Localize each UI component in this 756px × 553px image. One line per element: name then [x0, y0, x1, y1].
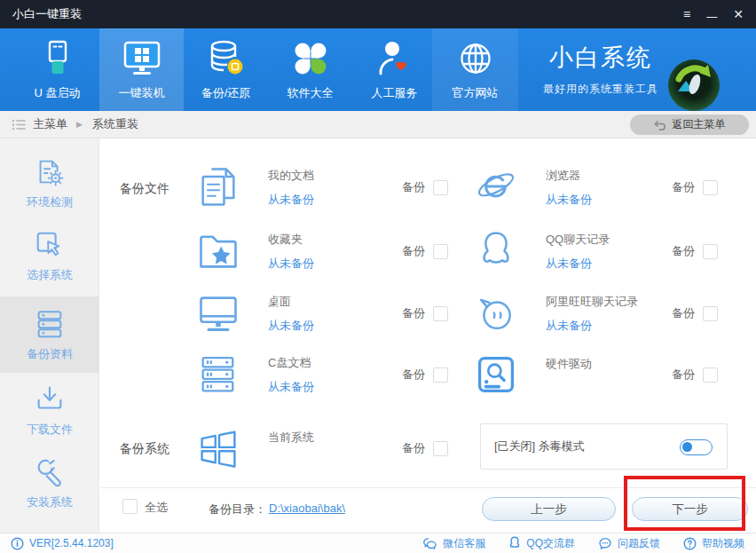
backup-item-title: 当前系统 [268, 430, 314, 446]
sidebar-item-label: 下载文件 [27, 422, 73, 438]
nav-official-site[interactable]: 官方网站 [432, 28, 518, 111]
desktop-monitor-icon [195, 290, 241, 336]
breadcrumb-current: 系统重装 [92, 111, 138, 138]
menu-icon[interactable]: ≡ [683, 8, 690, 20]
backup-item-title: 桌面 [268, 294, 314, 310]
backup-checkbox-current-system[interactable] [433, 441, 448, 456]
breadcrumb-root[interactable]: 主菜单 [33, 111, 67, 138]
backup-checkbox-favorites[interactable] [433, 244, 448, 259]
folder-star-icon [195, 228, 241, 274]
database-backup-icon [207, 38, 246, 79]
antivirus-toggle[interactable] [680, 439, 713, 455]
backup-checkbox-wangwang-chat[interactable] [703, 306, 718, 321]
backup-item-status: 从未备份 [546, 192, 592, 208]
backup-checkbox-qq-chat[interactable] [703, 244, 718, 259]
help-video-link[interactable]: 帮助视频 [683, 536, 744, 551]
backup-item-title: C盘文档 [268, 355, 314, 371]
backup-checkbox-label: 备份 [402, 243, 425, 259]
backup-checkbox-label: 备份 [402, 440, 425, 456]
browser-icon [473, 164, 519, 210]
breadcrumb-separator-icon: ▶ [76, 111, 83, 138]
backup-checkbox-label: 备份 [672, 179, 695, 195]
sidebar-item-label: 安装系统 [27, 494, 73, 510]
backup-dir-link[interactable]: D:\xiaobai\bak\ [269, 502, 345, 515]
clover-icon [291, 38, 330, 79]
window-title: 小白一键重装 [12, 0, 82, 28]
backup-row-qq-chat: QQ聊天记录 从未备份 备份 [473, 223, 718, 280]
group-label-backup-system: 备份系统 [120, 441, 169, 457]
backup-row-c-drive-docs: C盘文档 从未备份 备份 [195, 346, 448, 403]
sidebar-item-label: 备份资料 [27, 346, 73, 362]
nav-label: 软件大全 [287, 85, 334, 101]
xiaobai-logo-icon [666, 58, 721, 113]
select-all-checkbox[interactable] [122, 499, 138, 514]
sidebar-item-backup-data[interactable]: 备份资料 [0, 306, 99, 363]
titlebar: 小白一键重装 ≡ — ✕ [0, 0, 756, 28]
backup-row-hardware-driver: 硬件驱动 备份 [473, 346, 718, 403]
back-to-main-menu-button[interactable]: 返回主菜单 [630, 115, 749, 135]
statusbar-link-label: 帮助视频 [702, 536, 744, 551]
version-text: VER[2.5.44.1203] [29, 537, 114, 549]
server-stack-icon [33, 307, 67, 341]
sidebar-item-label: 环境检测 [27, 194, 73, 210]
backup-checkbox-label: 备份 [402, 367, 425, 383]
group-label-backup-files: 备份文件 [120, 181, 169, 197]
nav-human-service[interactable]: 人工服务 [352, 28, 437, 111]
documents-icon [195, 164, 241, 210]
server-rack-icon [195, 352, 241, 398]
nav-software-collection[interactable]: 软件大全 [268, 28, 352, 111]
backup-checkbox-label: 备份 [672, 305, 695, 321]
previous-step-button[interactable]: 上一步 [482, 497, 616, 521]
cursor-select-icon [33, 228, 67, 262]
usb-drive-icon [38, 38, 77, 79]
nav-label: U 盘启动 [35, 85, 81, 101]
sidebar-item-select-system[interactable]: 选择系统 [0, 227, 99, 284]
breadcrumb-bar: 主菜单 ▶ 系统重装 返回主菜单 [0, 111, 756, 138]
backup-row-desktop: 桌面 从未备份 备份 [195, 285, 448, 342]
statusbar-link-label: QQ交流群 [526, 536, 575, 551]
backup-item-status [546, 380, 592, 393]
nav-usb-boot[interactable]: U 盘启动 [15, 28, 99, 111]
sidebar-item-install-system[interactable]: 安装系统 [0, 454, 99, 511]
backup-checkbox-my-documents[interactable] [433, 180, 448, 195]
wechat-support-link[interactable]: 微信客服 [422, 536, 485, 551]
feedback-link[interactable]: 问题反馈 [598, 536, 660, 551]
next-step-button[interactable]: 下一步 [632, 497, 748, 521]
backup-checkbox-label: 备份 [672, 243, 695, 259]
backup-dir-label: 备份目录： [209, 502, 266, 517]
backup-item-status: 从未备份 [268, 256, 314, 272]
backup-item-title: 浏览器 [546, 168, 592, 184]
qq-group-link[interactable]: QQ交流群 [508, 536, 575, 551]
person-heart-icon [375, 38, 414, 79]
backup-item-title: 我的文档 [268, 168, 314, 184]
sidebar-item-env-check[interactable]: 环境检测 [0, 154, 99, 211]
backup-item-title: 阿里旺旺聊天记录 [546, 294, 638, 310]
sidebar: 环境检测 选择系统 [0, 138, 99, 533]
backup-checkbox-hardware-driver[interactable] [703, 367, 718, 383]
nav-label: 一键装机 [119, 85, 165, 101]
backup-row-favorites: 收藏夹 从未备份 备份 [195, 223, 448, 280]
backup-checkbox-browser[interactable] [703, 180, 718, 195]
backup-checkbox-label: 备份 [672, 367, 695, 383]
info-icon [11, 537, 24, 550]
nav-one-key-install[interactable]: 一键装机 [99, 28, 184, 111]
backup-checkbox-c-drive-docs[interactable] [433, 367, 448, 383]
drive-search-icon [473, 352, 519, 398]
close-button[interactable]: ✕ [733, 8, 744, 20]
backup-item-title: 硬件驱动 [546, 356, 592, 372]
antivirus-mode-panel: [已关闭] 杀毒模式 [480, 423, 728, 470]
menu-list-icon [12, 118, 26, 131]
backup-checkbox-desktop[interactable] [433, 306, 448, 321]
qq-icon [508, 536, 521, 550]
nav-label: 官方网站 [453, 85, 499, 101]
minimize-button[interactable]: — [706, 12, 717, 22]
download-icon [33, 383, 67, 416]
main-nav: U 盘启动 一键装机 [0, 28, 756, 111]
version-info: VER[2.5.44.1203] [11, 533, 114, 553]
sidebar-item-download-files[interactable]: 下载文件 [0, 382, 99, 438]
wangwang-bubble-icon [473, 290, 519, 336]
statusbar: VER[2.5.44.1203] 微信客服 QQ交流群 [0, 533, 756, 553]
backup-item-status: 从未备份 [268, 192, 314, 208]
nav-backup-restore[interactable]: 备份/还原 [184, 28, 268, 111]
backup-checkbox-label: 备份 [402, 305, 425, 321]
